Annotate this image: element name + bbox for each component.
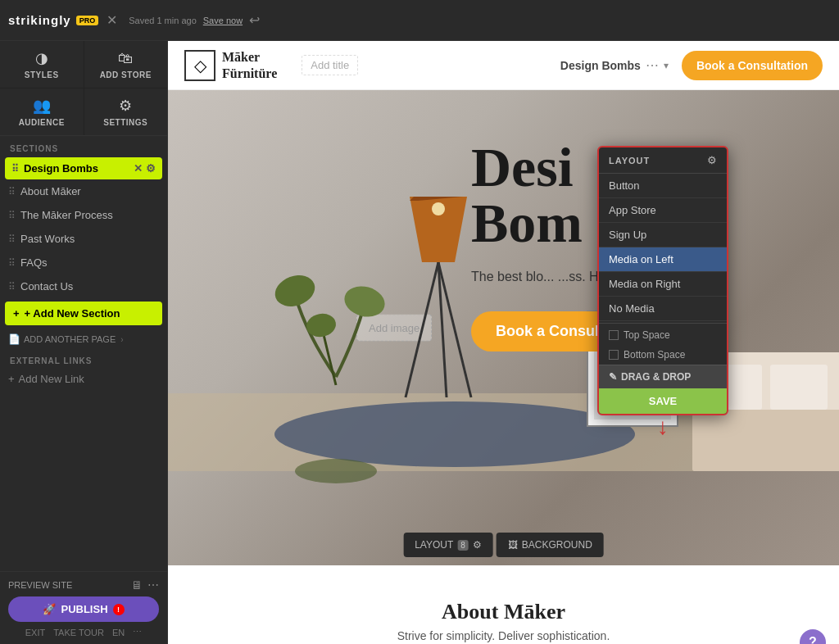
- drag-handle-icon: ⠿: [8, 257, 16, 269]
- section-close-icon[interactable]: ✕: [134, 162, 143, 175]
- brand-name: strikingly: [8, 13, 71, 27]
- layout-toolbar-button[interactable]: LAYOUT 8 ⚙: [403, 533, 493, 557]
- tour-link[interactable]: TAKE TOUR: [53, 628, 104, 637]
- popup-top-space-checkbox[interactable]: Top Space: [599, 325, 727, 345]
- save-now-link[interactable]: Save now: [203, 16, 243, 25]
- sidebar-section-about[interactable]: ⠿ About Māker: [0, 179, 167, 203]
- background-label: BACKGROUND: [522, 539, 592, 551]
- sidebar-item-add-store[interactable]: 🛍 ADD STORE: [84, 41, 168, 88]
- site-logo[interactable]: ◇ Māker Fürnitüre: [184, 49, 277, 80]
- preview-text: PREVIEW SITE: [8, 580, 72, 590]
- topbar: strikingly PRO ✕ Saved 1 min ago Save no…: [0, 0, 839, 41]
- add-another-page-row[interactable]: 📄 ADD ANOTHER PAGE ›: [0, 329, 167, 350]
- bottom-links: EXIT TAKE TOUR EN ⋯: [8, 627, 159, 637]
- pro-badge: PRO: [76, 16, 99, 25]
- book-consultation-button[interactable]: Book a Consultation: [682, 51, 823, 80]
- publish-rocket-icon: 🚀: [43, 603, 56, 615]
- section-name: About Māker: [20, 185, 159, 197]
- bottom-space-checkbox-input[interactable]: [609, 350, 619, 360]
- add-new-section-button[interactable]: + + Add New Section: [5, 302, 162, 325]
- toolbar-gear-icon[interactable]: ⚙: [473, 539, 482, 551]
- plus-icon: +: [8, 373, 15, 385]
- preview-row: PREVIEW SITE 🖥 ⋯: [8, 578, 159, 592]
- styles-label: STYLES: [25, 70, 59, 79]
- site-nav-links: Design Bombs ⋯ ▾ Book a Consultation: [560, 51, 823, 80]
- publish-badge: !: [113, 604, 125, 615]
- sidebar: ◑ STYLES 🛍 ADD STORE 👥 AUDIENCE ⚙ SETTIN…: [0, 41, 168, 644]
- section-name: Past Works: [20, 233, 159, 245]
- publish-label: PUBLISH: [61, 603, 107, 615]
- sidebar-section-maker-process[interactable]: ⠿ The Māker Process: [0, 203, 167, 227]
- popup-header: LAYOUT ⚙: [599, 147, 727, 174]
- sidebar-item-audience[interactable]: 👥 AUDIENCE: [0, 88, 84, 135]
- popup-title: LAYOUT: [609, 156, 650, 166]
- help-button[interactable]: ?: [800, 629, 826, 644]
- about-subtitle: Strive for simplicity. Deliver sophistic…: [397, 629, 610, 642]
- hero-section: Add image Desi Bom The best blo... ...ss…: [168, 90, 839, 565]
- hero-content: Desi Bom The best blo... ...ss. Hire us …: [168, 90, 839, 384]
- sidebar-item-styles[interactable]: ◑ STYLES: [0, 41, 84, 88]
- drag-icon: ✎: [609, 371, 617, 383]
- red-arrow-icon: ↓: [657, 415, 669, 438]
- sidebar-section-design-bombs[interactable]: ⠿ Design Bombs ✕ ⚙: [5, 157, 162, 179]
- styles-icon: ◑: [35, 49, 48, 67]
- settings-label: SETTINGS: [103, 118, 147, 127]
- popup-save-button[interactable]: SAVE: [599, 388, 727, 414]
- drag-handle-icon: ⠿: [8, 210, 16, 221]
- drag-handle-icon: ⠿: [8, 281, 16, 293]
- publish-button[interactable]: 🚀 PUBLISH !: [8, 596, 159, 622]
- close-button[interactable]: ✕: [107, 12, 117, 28]
- section-gear-icon[interactable]: ⚙: [146, 162, 156, 175]
- site-nav: Add title Design Bombs ⋯ ▾ Book a Consul…: [302, 51, 823, 80]
- lang-link[interactable]: EN: [112, 628, 125, 637]
- top-space-label: Top Space: [624, 329, 670, 341]
- exit-link[interactable]: EXIT: [25, 628, 45, 637]
- site-header: ◇ Māker Fürnitüre Add title Design Bombs…: [168, 41, 839, 90]
- main-layout: ◑ STYLES 🛍 ADD STORE 👥 AUDIENCE ⚙ SETTIN…: [0, 41, 839, 644]
- popup-gear-icon[interactable]: ⚙: [707, 154, 717, 166]
- plus-icon: +: [13, 307, 20, 320]
- sidebar-section-past-works[interactable]: ⠿ Past Works: [0, 227, 167, 251]
- preview-label[interactable]: PREVIEW SITE: [8, 580, 72, 590]
- popup-item-button[interactable]: Button: [599, 174, 727, 198]
- logo-icon: ◇: [194, 56, 206, 75]
- save-info: Saved 1 min ago: [129, 16, 197, 25]
- logo-box: ◇: [184, 50, 215, 81]
- about-title: About Māker: [442, 600, 565, 624]
- nav-link-design-bombs[interactable]: Design Bombs: [560, 59, 641, 72]
- add-page-label: ADD ANOTHER PAGE: [24, 334, 116, 344]
- site-name-line1: Māker: [222, 49, 277, 65]
- add-section-label: + Add New Section: [25, 307, 120, 320]
- section-name: Contact Us: [20, 280, 159, 293]
- about-section: About Māker Strive for simplicity. Deliv…: [168, 565, 839, 644]
- site-name-line2: Fürnitüre: [222, 66, 277, 81]
- sidebar-item-settings[interactable]: ⚙ SETTINGS: [84, 88, 168, 135]
- popup-bottom-space-checkbox[interactable]: Bottom Space: [599, 345, 727, 365]
- top-space-checkbox-input[interactable]: [609, 330, 619, 340]
- desktop-icon[interactable]: 🖥: [131, 578, 143, 592]
- section-name: The Māker Process: [20, 209, 159, 221]
- drag-handle-icon: ⠿: [8, 186, 16, 197]
- page-icon: 📄: [8, 333, 20, 345]
- sidebar-section-faqs[interactable]: ⠿ FAQs: [0, 251, 167, 274]
- chevron-right-icon: ›: [120, 335, 123, 344]
- popup-item-sign-up[interactable]: Sign Up: [599, 223, 727, 247]
- sidebar-section-contact[interactable]: ⠿ Contact Us: [0, 274, 167, 298]
- drag-handle-icon: ⠿: [8, 234, 16, 245]
- drag-drop-button[interactable]: ✎ DRAG & DROP: [599, 365, 727, 388]
- add-title-input[interactable]: Add title: [302, 55, 358, 75]
- background-toolbar-button[interactable]: 🖼 BACKGROUND: [497, 533, 604, 557]
- popup-item-no-media[interactable]: No Media: [599, 297, 727, 321]
- popup-item-app-store[interactable]: App Store: [599, 198, 727, 223]
- dots-icon[interactable]: ⋯: [147, 578, 159, 592]
- add-new-link-row[interactable]: + Add New Link: [0, 369, 167, 389]
- nav-dropdown-icon[interactable]: ▾: [664, 60, 669, 71]
- more-dots[interactable]: ⋯: [133, 627, 142, 637]
- popup-item-media-left[interactable]: Media on Left: [599, 247, 727, 272]
- popup-item-media-right[interactable]: Media on Right: [599, 272, 727, 297]
- settings-icon: ⚙: [119, 97, 132, 115]
- nav-dots-icon[interactable]: ⋯: [646, 57, 659, 73]
- svg-point-1: [274, 401, 635, 467]
- undo-button[interactable]: ↩: [249, 12, 260, 28]
- drag-handle-icon: ⠿: [11, 163, 19, 175]
